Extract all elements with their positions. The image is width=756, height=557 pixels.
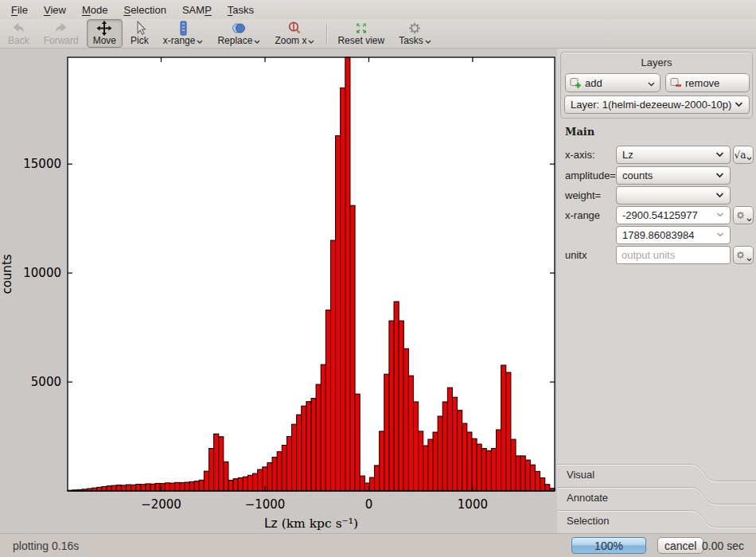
- x-range-label: x-range: [565, 209, 600, 221]
- weight-select[interactable]: [616, 186, 731, 204]
- unitx-options-button[interactable]: [733, 246, 754, 264]
- forward-arrow-icon: [53, 21, 69, 36]
- x-range-button[interactable]: x-range: [157, 19, 210, 48]
- cursor-icon: [131, 21, 147, 36]
- svg-text:−1000: −1000: [245, 497, 286, 512]
- chevron-down-icon: [197, 36, 203, 46]
- chevron-down-icon: [716, 212, 724, 218]
- gear-icon: [735, 210, 746, 220]
- back-arrow-icon: [10, 21, 26, 36]
- layers-title: Layers: [561, 56, 752, 68]
- layer-selector[interactable]: Layer: 1(helmi-dezeeuw-2000-10p): [564, 95, 750, 114]
- reset-view-button[interactable]: Reset view: [331, 19, 391, 48]
- chevron-down-icon: [648, 77, 655, 89]
- toolbar: Back Forward Move Pick: [0, 19, 756, 49]
- move-icon: [96, 21, 112, 36]
- unitx-label: unitx: [565, 249, 586, 261]
- menu-selection[interactable]: Selection: [115, 2, 173, 18]
- move-button[interactable]: Move: [87, 19, 123, 48]
- settings-panel: Layers add remove Layer: 1(helmi-dezeeuw…: [557, 49, 756, 533]
- remove-layer-button[interactable]: remove: [665, 73, 750, 92]
- gear-icon: [407, 21, 423, 36]
- chevron-down-icon: [735, 102, 743, 107]
- svg-text:1000: 1000: [458, 497, 488, 512]
- progress-bar: 100%: [571, 537, 646, 554]
- magnifier-icon: [286, 21, 302, 36]
- forward-button[interactable]: Forward: [37, 19, 85, 48]
- expand-arrows-icon: [353, 21, 369, 36]
- svg-text:10000: 10000: [23, 266, 61, 280]
- amplitude-label: amplitude=: [565, 169, 616, 181]
- chevron-down-icon: [716, 232, 724, 238]
- chevron-down-icon: [715, 173, 724, 178]
- add-layer-icon: [570, 77, 582, 89]
- svg-text:−2000: −2000: [141, 497, 181, 512]
- menu-tasks[interactable]: Tasks: [220, 2, 262, 18]
- cancel-button[interactable]: cancel: [657, 537, 703, 554]
- svg-text:0: 0: [365, 497, 373, 512]
- svg-text:5000: 5000: [31, 375, 61, 389]
- elapsed-time: 0.00 sec: [702, 539, 744, 552]
- range-ruler-icon: [175, 21, 191, 36]
- x-range-max-input[interactable]: 1789.86083984: [616, 226, 731, 244]
- menu-bar: File View Mode Selection SAMP Tasks: [0, 0, 756, 19]
- tasks-button[interactable]: Tasks: [392, 19, 438, 48]
- menu-mode[interactable]: Mode: [74, 2, 116, 18]
- weight-label: weight=: [565, 189, 601, 201]
- gear-icon: [735, 250, 746, 260]
- pick-button[interactable]: Pick: [124, 19, 155, 48]
- menu-file[interactable]: File: [3, 2, 36, 18]
- x-range-min-input[interactable]: -2900.54125977: [616, 206, 731, 224]
- zoom-x-button[interactable]: Zoom x: [268, 19, 321, 48]
- status-text: plotting 0.16s: [13, 539, 79, 552]
- x-range-options-button[interactable]: [733, 206, 754, 224]
- chevron-down-icon: [746, 252, 752, 264]
- chevron-down-icon: [308, 36, 314, 46]
- chevron-down-icon: [746, 151, 752, 163]
- remove-layer-icon: [670, 77, 682, 89]
- status-bar: plotting 0.16s 100% cancel 0.00 sec: [0, 533, 756, 557]
- double-circle-icon: [230, 21, 247, 36]
- unitx-input[interactable]: [616, 246, 731, 264]
- svg-text:counts: counts: [0, 254, 14, 294]
- chevron-down-icon: [746, 212, 752, 224]
- menu-samp[interactable]: SAMP: [174, 2, 220, 18]
- x-axis-label: x-axis:: [565, 149, 595, 161]
- add-layer-button[interactable]: add: [565, 73, 661, 92]
- plot-canvas[interactable]: −2000−10000100050001000015000Lz (km kpc …: [0, 49, 557, 533]
- replace-button[interactable]: Replace: [211, 19, 267, 48]
- expression-button[interactable]: √a: [733, 146, 754, 164]
- plot-figure: −2000−10000100050001000015000Lz (km kpc …: [0, 49, 557, 533]
- amplitude-select[interactable]: counts: [616, 166, 731, 185]
- x-axis-select[interactable]: Lz: [616, 146, 731, 164]
- chevron-down-icon: [254, 36, 260, 46]
- back-button[interactable]: Back: [2, 19, 36, 48]
- menu-view[interactable]: View: [36, 2, 74, 18]
- main-section-title: Main: [565, 126, 594, 138]
- svg-text:Lz (km kpc s⁻¹): Lz (km kpc s⁻¹): [264, 516, 358, 531]
- chevron-down-icon: [715, 152, 724, 158]
- chevron-down-icon: [425, 36, 431, 46]
- svg-text:15000: 15000: [23, 157, 61, 171]
- toolbar-separator: [326, 23, 327, 45]
- chevron-down-icon: [715, 193, 724, 198]
